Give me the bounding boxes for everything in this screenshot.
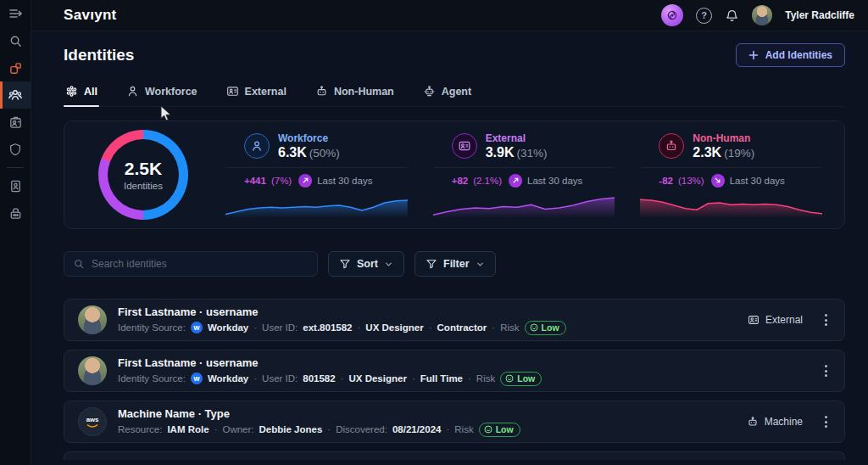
aws-logo: aws bbox=[78, 407, 107, 436]
filter-button[interactable]: Filter bbox=[415, 251, 496, 277]
chevron-down-icon bbox=[476, 260, 485, 269]
identities-donut-chart: 2.5K Identities bbox=[98, 130, 188, 220]
user-avatar[interactable] bbox=[752, 5, 772, 25]
stat-workforce: Workforce 6.3K(50%) +441 (7%) Last 30 da… bbox=[219, 132, 415, 218]
tab-agent[interactable]: Agent bbox=[421, 82, 473, 106]
report-user-icon bbox=[8, 179, 23, 193]
topbar: Savıynt ? Tyler Radcliffe bbox=[31, 0, 868, 31]
chevron-down-icon bbox=[384, 260, 393, 269]
tab-external[interactable]: External bbox=[225, 82, 288, 106]
robot-icon bbox=[315, 85, 328, 98]
list-toolbar: Sort Filter bbox=[64, 251, 845, 277]
saviynt-logo: Savıynt bbox=[64, 7, 117, 24]
delta-value: -82 bbox=[659, 176, 673, 186]
robot-icon bbox=[747, 416, 759, 428]
separator: · bbox=[468, 373, 471, 384]
sidebar-item-identities[interactable] bbox=[0, 81, 31, 109]
workday-icon: w bbox=[191, 322, 203, 333]
identity-row[interactable]: First Lastname · username Identity Sourc… bbox=[64, 299, 845, 341]
separator: · bbox=[341, 373, 344, 384]
shield-icon bbox=[8, 143, 22, 156]
tab-non-human[interactable]: Non-Human bbox=[314, 82, 396, 106]
total-identities-label: Identities bbox=[124, 181, 163, 191]
separator: · bbox=[429, 322, 432, 333]
menu-expand-icon[interactable] bbox=[0, 0, 31, 27]
sidebar-divider bbox=[7, 167, 24, 168]
sort-button[interactable]: Sort bbox=[328, 251, 404, 277]
source-label: Identity Source: bbox=[118, 322, 186, 333]
workday-icon: w bbox=[191, 373, 203, 384]
machine-row[interactable]: aws Machine Name · Type Resource: IAM Ro… bbox=[64, 401, 845, 443]
funnel-icon bbox=[339, 258, 351, 270]
ai-swirl-icon bbox=[666, 9, 678, 21]
delta-percent: (13%) bbox=[678, 176, 704, 186]
id-badge-icon bbox=[8, 115, 23, 130]
identity-type-tag: External bbox=[748, 314, 803, 326]
plus-icon bbox=[748, 50, 759, 60]
sidebar-item-credentials[interactable] bbox=[0, 109, 31, 136]
funnel-icon bbox=[426, 258, 437, 270]
ai-assistant-button[interactable] bbox=[661, 4, 683, 26]
source-value: Workday bbox=[208, 322, 248, 333]
external-icon bbox=[452, 133, 477, 159]
user-id-value: ext.801582 bbox=[303, 322, 352, 333]
trend-period: Last 30 days bbox=[317, 176, 372, 186]
all-identities-icon bbox=[65, 85, 78, 98]
identities-summary-card: 2.5K Identities Workforce 6.3K(50%) bbox=[64, 120, 845, 229]
delta-value: +82 bbox=[452, 176, 469, 186]
source-label: Identity Source: bbox=[118, 373, 186, 384]
page-title: Identities bbox=[64, 46, 134, 64]
separator: · bbox=[446, 424, 449, 434]
separator: · bbox=[214, 424, 218, 434]
help-button[interactable]: ? bbox=[696, 8, 712, 24]
delta-percent: (2.1%) bbox=[473, 176, 502, 186]
divider bbox=[640, 167, 822, 168]
integrations-icon bbox=[8, 61, 23, 76]
identity-row-partial bbox=[64, 451, 845, 460]
job-title: UX Designer bbox=[365, 322, 423, 333]
risk-label: Risk bbox=[454, 424, 473, 434]
stat-non-human: Non-Human 2.3K(19%) -82 (13%) Last 30 da… bbox=[633, 132, 829, 218]
search-input[interactable] bbox=[92, 258, 309, 270]
sidebar-item-reports[interactable] bbox=[0, 172, 31, 199]
risk-label: Risk bbox=[476, 373, 495, 384]
tab-all[interactable]: All bbox=[64, 82, 99, 106]
trend-period: Last 30 days bbox=[730, 176, 785, 186]
sidebar-item-vault[interactable] bbox=[0, 199, 31, 227]
external-badge-icon bbox=[748, 314, 760, 326]
external-badge-icon bbox=[226, 85, 239, 98]
trend-period: Last 30 days bbox=[527, 176, 582, 186]
trend-up-icon bbox=[509, 174, 522, 188]
row-menu-button[interactable] bbox=[821, 412, 831, 430]
sidebar-item-integrations[interactable] bbox=[0, 54, 31, 81]
separator: · bbox=[253, 322, 257, 333]
search-icon bbox=[8, 34, 23, 48]
notifications-button[interactable] bbox=[725, 8, 739, 23]
lock-icon bbox=[8, 206, 23, 221]
machine-type-tag: Machine bbox=[747, 416, 803, 428]
trend-down-icon bbox=[711, 174, 725, 188]
divider bbox=[225, 167, 408, 168]
sidebar-item-search[interactable] bbox=[0, 27, 31, 54]
risk-low-badge: Low bbox=[479, 423, 520, 437]
risk-low-badge: Low bbox=[500, 372, 542, 386]
trend-up-icon bbox=[298, 174, 312, 188]
add-identities-button[interactable]: Add Identities bbox=[736, 43, 845, 67]
tab-workforce[interactable]: Workforce bbox=[125, 82, 199, 106]
identities-icon bbox=[8, 87, 23, 103]
separator: · bbox=[492, 322, 495, 333]
main-content: Identities Add Identities All Workforce bbox=[31, 31, 868, 465]
non-human-sparkline bbox=[640, 193, 822, 218]
user-id-label: User ID: bbox=[262, 322, 298, 333]
smiley-icon bbox=[530, 323, 538, 332]
smiley-icon bbox=[484, 425, 492, 434]
sidebar-item-shield[interactable] bbox=[0, 136, 31, 163]
search-icon bbox=[73, 258, 85, 270]
employment-type: Contractor bbox=[437, 322, 487, 333]
search-box[interactable] bbox=[64, 251, 318, 277]
discovered-label: Discovered: bbox=[336, 424, 387, 434]
identity-tabs: All Workforce External Non-Human Agent bbox=[64, 82, 845, 107]
row-menu-button[interactable] bbox=[821, 361, 831, 379]
identity-row[interactable]: First Lastname · username Identity Sourc… bbox=[64, 350, 845, 392]
row-menu-button[interactable] bbox=[821, 311, 831, 328]
